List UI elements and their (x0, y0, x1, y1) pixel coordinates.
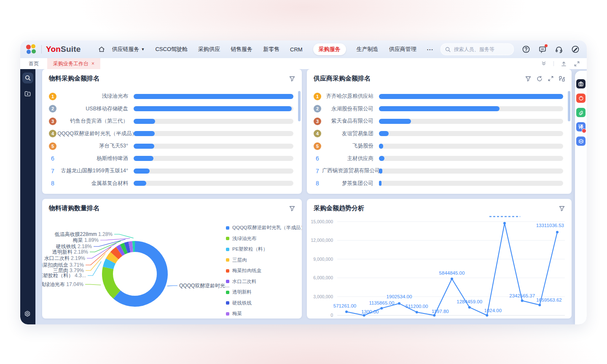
ranking-row: 2永湖股份有限公司 (307, 103, 572, 115)
nav-item-6[interactable]: CRM (290, 46, 303, 53)
ranking-row: 6杨斯维特啤酒 (42, 153, 302, 165)
filter-icon[interactable] (525, 75, 532, 82)
item-label: QQQQ双酵逆龄时光乳（半成品） (57, 130, 128, 137)
point-label: 511200.00 (406, 304, 428, 309)
y-tick-label: 12,000,000 (311, 238, 333, 243)
home-icon[interactable] (98, 46, 105, 53)
data-point (503, 222, 506, 225)
legend-swatch (226, 291, 229, 294)
global-search[interactable] (440, 43, 514, 55)
search-icon (445, 47, 451, 52)
rank-badge: 1 (48, 93, 57, 100)
panel-supplier-amount-ranking: 供应商采购金额排名 1齐齐哈尔原粮供应站2永湖股份有限公司3紫天食品有限公司4友… (307, 69, 572, 194)
legend-item[interactable]: 硬线铁线 (226, 300, 302, 306)
y-tick-label: 6,000,000 (313, 275, 333, 280)
legend-item[interactable]: 浅绿油光布 (226, 236, 302, 242)
medal-icon: 3 (314, 118, 321, 125)
slice-label: 水口二次料 2.19% (44, 255, 86, 261)
open-tabs: 首页采购业务工作台× (20, 58, 100, 69)
upload-icon[interactable] (561, 61, 567, 67)
translate-icon[interactable]: 译 (576, 122, 586, 131)
link-icon[interactable] (576, 108, 586, 117)
tab-2[interactable]: 采购业务工作台× (47, 58, 100, 69)
help-icon[interactable] (522, 45, 530, 54)
legend-item[interactable]: 水口二次料 (226, 278, 302, 285)
ranking-row: 3钓鱼台贵宾酒（第三代） (42, 115, 302, 128)
left-sidebar (20, 69, 35, 324)
nav-item-10[interactable]: ··· (427, 46, 434, 53)
donut-slice (111, 256, 115, 261)
rank-badge: 3 (313, 118, 322, 125)
rank-badge: 5 (313, 142, 322, 150)
close-icon[interactable]: × (91, 61, 94, 66)
bar-track (379, 181, 563, 186)
data-point (345, 310, 348, 313)
tasks-icon[interactable] (576, 136, 586, 146)
label-line (167, 286, 177, 286)
rank-badge: 6 (313, 155, 322, 162)
feedback-icon[interactable] (571, 45, 580, 54)
ranking-row: 3紫天食品有限公司 (307, 115, 572, 128)
nav-item-3[interactable]: 采购供应 (198, 46, 220, 53)
tab-1[interactable]: 首页 (20, 58, 47, 69)
content-area: 物料采购金额排名 1浅绿油光布2USB移动存储硬盘3钓鱼台贵宾酒（第三代）4QQ… (20, 69, 587, 324)
settings-gear-icon[interactable] (24, 310, 31, 319)
logo-text: YonSuite (46, 45, 81, 54)
search-input[interactable] (453, 46, 501, 53)
robot-icon[interactable] (576, 94, 586, 103)
slice-label: 硬线铁线 2.18% (56, 244, 92, 249)
rank-badge: 8 (313, 180, 322, 187)
rank-badge: 3 (48, 118, 57, 125)
legend-swatch (226, 226, 229, 230)
medal-icon: 1 (314, 93, 321, 100)
bar-track (134, 144, 293, 149)
yonsuite-logo[interactable]: YonSuite (26, 44, 81, 54)
card-switch-icon[interactable] (559, 75, 565, 82)
legend-item[interactable]: 梅菜 (226, 310, 302, 317)
bar-fill (379, 169, 382, 174)
nav-item-9[interactable]: 供应商管理 (389, 46, 416, 53)
slice-label: 浅绿油光布 17.04% (42, 281, 83, 287)
nav-item-7[interactable]: 采购服务 (313, 43, 346, 55)
legend-item[interactable]: 透明新料 (226, 289, 302, 295)
panel-title: 物料采购金额排名 (49, 75, 99, 83)
item-label: 梦茶集团公司 (322, 180, 373, 187)
legend-swatch (226, 312, 229, 316)
sidebar-search-icon[interactable] (22, 72, 33, 83)
scrollbar[interactable] (568, 91, 570, 121)
bar-fill (379, 94, 563, 99)
y-tick-label: 0 (330, 313, 333, 318)
headset-icon[interactable] (555, 45, 563, 54)
item-label: USB移动存储硬盘 (57, 105, 128, 112)
message-icon[interactable] (538, 45, 547, 54)
main-nav: 供应链服务▼CSCO驾驶舱采购供应销售服务新零售CRM采购服务生产制造供应商管理… (112, 43, 434, 55)
legend-item[interactable]: 三层肉 (226, 257, 302, 263)
bar-fill (134, 156, 153, 161)
nav-item-5[interactable]: 新零售 (263, 46, 279, 53)
scrollbar[interactable] (298, 91, 301, 121)
bar-track (134, 119, 293, 124)
legend-item[interactable]: QQQQ双酵逆龄时光乳（半成品） (226, 225, 302, 231)
legend-swatch (226, 269, 229, 273)
label-line (85, 284, 101, 285)
fullscreen-icon[interactable] (548, 75, 554, 82)
nav-item-1[interactable]: 供应链服务▼ (112, 46, 145, 53)
favorites-folder-icon[interactable] (24, 90, 31, 99)
legend-item[interactable]: 梅菜扣肉纸盒 (226, 268, 302, 274)
nav-item-4[interactable]: 销售服务 (231, 46, 252, 53)
refresh-icon[interactable] (536, 75, 543, 82)
filter-icon[interactable] (289, 75, 295, 82)
nav-item-2[interactable]: CSCO驾驶舱 (155, 46, 188, 53)
double-chevron-down-icon[interactable] (541, 61, 547, 67)
data-point (380, 307, 383, 310)
assistant-icon[interactable] (576, 79, 586, 88)
legend-item[interactable]: PE塑胶粒（料） (226, 246, 302, 252)
fullscreen-icon[interactable] (574, 61, 580, 67)
ranking-row: 6主材供应商 (307, 153, 572, 165)
point-label: 1197.80 (432, 309, 449, 314)
bar-fill (134, 181, 146, 186)
bar-track (134, 181, 293, 186)
nav-item-8[interactable]: 生产制造 (357, 46, 379, 53)
bar-fill (134, 106, 292, 111)
y-tick-label: 9,000,000 (313, 257, 333, 262)
